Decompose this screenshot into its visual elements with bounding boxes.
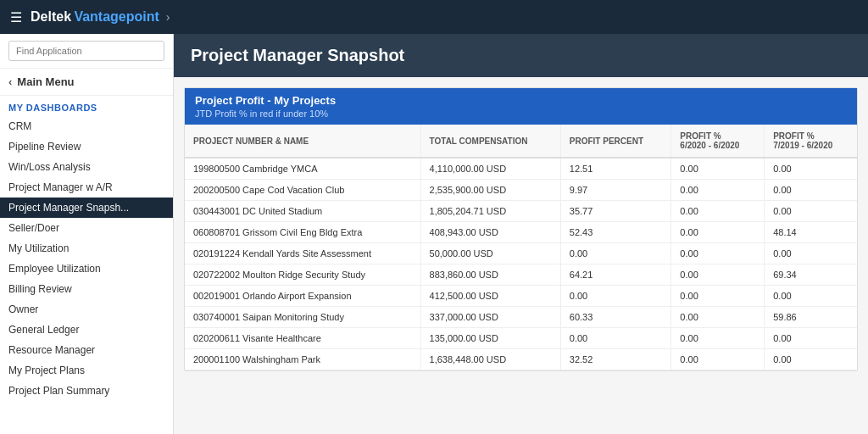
sidebar-item-2[interactable]: Win/Loss Analysis [0, 157, 173, 177]
row-3-compensation: 408,943.00 USD [420, 222, 560, 243]
sidebar-item-11[interactable]: Resource Manager [0, 340, 173, 360]
row-4-profit-pct: 0.00 [560, 243, 671, 264]
row-5-compensation: 883,860.00 USD [420, 264, 560, 286]
row-3-profit-1: 0.00 [671, 222, 765, 243]
content-area: Project Manager Snapshot Project Profit … [174, 34, 868, 434]
search-input[interactable] [8, 41, 164, 61]
sidebar-item-6[interactable]: My Utilization [0, 238, 173, 259]
sidebar-section-title: MY DASHBOARDS [0, 96, 173, 116]
sidebar-items-container: CRMPipeline ReviewWin/Loss AnalysisProje… [0, 116, 173, 401]
sidebar-item-9[interactable]: Owner [0, 299, 173, 320]
row-1-profit-2: 0.00 [765, 180, 857, 201]
row-7-profit-1: 0.00 [671, 307, 765, 328]
sidebar-item-7[interactable]: Employee Utilization [0, 259, 173, 279]
col-profit-2: PROFIT %7/2019 - 6/2020 [765, 125, 857, 158]
row-4-compensation: 50,000.00 USD [420, 243, 560, 264]
sidebar: ‹ Main Menu MY DASHBOARDS CRMPipeline Re… [0, 34, 174, 434]
table-body: 199800500 Cambridge YMCA4,110,000.00 USD… [185, 158, 857, 370]
row-2-compensation: 1,805,204.71 USD [420, 201, 560, 222]
row-9-profit-2: 0.00 [765, 349, 857, 370]
sidebar-item-3[interactable]: Project Manager w A/R [0, 177, 173, 198]
table-row: 200001100 Walshingham Park1,638,448.00 U… [185, 349, 857, 370]
row-9-profit-1: 0.00 [671, 349, 765, 370]
row-7-project[interactable]: 030740001 Saipan Monitoring Study [185, 307, 420, 328]
row-0-profit-1: 0.00 [671, 158, 765, 180]
table-row: 060808701 Grissom Civil Eng Bldg Extra40… [185, 222, 857, 243]
sidebar-item-12[interactable]: My Project Plans [0, 360, 173, 381]
sidebar-item-10[interactable]: General Ledger [0, 320, 173, 340]
row-5-profit-pct: 64.21 [560, 264, 671, 286]
row-1-profit-1: 0.00 [671, 180, 765, 201]
table-row: 030443001 DC United Stadium1,805,204.71 … [185, 201, 857, 222]
profit-panel: Project Profit - My Projects JTD Profit … [184, 87, 858, 371]
table-row: 200200500 Cape Cod Vacation Club2,535,90… [185, 180, 857, 201]
panel-header: Project Profit - My Projects JTD Profit … [185, 88, 857, 125]
row-8-profit-pct: 0.00 [560, 328, 671, 349]
table-row: 020191224 Kendall Yards Site Assessment5… [185, 243, 857, 264]
row-3-profit-pct: 52.43 [560, 222, 671, 243]
row-3-project[interactable]: 060808701 Grissom Civil Eng Bldg Extra [185, 222, 420, 243]
sidebar-item-13[interactable]: Project Plan Summary [0, 381, 173, 401]
row-9-project[interactable]: 200001100 Walshingham Park [185, 349, 420, 370]
row-1-profit-pct: 9.97 [560, 180, 671, 201]
row-2-profit-1: 0.00 [671, 201, 765, 222]
sidebar-item-0[interactable]: CRM [0, 116, 173, 136]
row-6-profit-pct: 0.00 [560, 286, 671, 307]
hamburger-icon[interactable]: ☰ [10, 9, 22, 25]
sidebar-item-1[interactable]: Pipeline Review [0, 136, 173, 157]
brand-vantage: Vantagepoint [74, 9, 159, 25]
table-row: 020722002 Moulton Ridge Security Study88… [185, 264, 857, 286]
row-6-profit-1: 0.00 [671, 286, 765, 307]
main-layout: ‹ Main Menu MY DASHBOARDS CRMPipeline Re… [0, 34, 868, 434]
table-row: 020200611 Visante Healthcare135,000.00 U… [185, 328, 857, 349]
row-7-profit-2: 59.86 [765, 307, 857, 328]
content-body: Project Profit - My Projects JTD Profit … [174, 77, 868, 434]
content-header: Project Manager Snapshot [174, 34, 868, 77]
row-0-project[interactable]: 199800500 Cambridge YMCA [185, 158, 420, 180]
table-row: 030740001 Saipan Monitoring Study337,000… [185, 307, 857, 328]
row-8-profit-2: 0.00 [765, 328, 857, 349]
row-1-compensation: 2,535,900.00 USD [420, 180, 560, 201]
table-header-row: PROJECT NUMBER & NAME TOTAL COMPENSATION… [185, 125, 857, 158]
row-1-project[interactable]: 200200500 Cape Cod Vacation Club [185, 180, 420, 201]
top-nav: ☰ Deltek Vantagepoint › [0, 0, 868, 34]
sidebar-item-5[interactable]: Seller/Doer [0, 218, 173, 238]
panel-header-title: Project Profit - My Projects [195, 94, 847, 107]
page-title: Project Manager Snapshot [191, 46, 404, 64]
sidebar-search-area [0, 34, 173, 69]
row-5-profit-1: 0.00 [671, 264, 765, 286]
brand-deltek: Deltek [31, 9, 71, 25]
row-0-compensation: 4,110,000.00 USD [420, 158, 560, 180]
row-8-compensation: 135,000.00 USD [420, 328, 560, 349]
sidebar-item-4[interactable]: Project Manager Snapsh... [0, 198, 173, 218]
main-menu-label: Main Menu [17, 75, 74, 88]
col-profit-pct: PROFIT PERCENT [560, 125, 671, 158]
row-9-profit-pct: 32.52 [560, 349, 671, 370]
chevron-left-icon: ‹ [8, 75, 12, 88]
row-7-compensation: 337,000.00 USD [420, 307, 560, 328]
row-0-profit-2: 0.00 [765, 158, 857, 180]
table-row: 002019001 Orlando Airport Expansion412,5… [185, 286, 857, 307]
row-5-project[interactable]: 020722002 Moulton Ridge Security Study [185, 264, 420, 286]
row-6-compensation: 412,500.00 USD [420, 286, 560, 307]
col-project: PROJECT NUMBER & NAME [185, 125, 420, 158]
breadcrumb-arrow: › [166, 10, 170, 24]
row-2-profit-2: 0.00 [765, 201, 857, 222]
row-2-profit-pct: 35.77 [560, 201, 671, 222]
sidebar-item-8[interactable]: Billing Review [0, 279, 173, 299]
row-2-project[interactable]: 030443001 DC United Stadium [185, 201, 420, 222]
panel-header-subtitle: JTD Profit % in red if under 10% [195, 108, 847, 119]
col-compensation: TOTAL COMPENSATION [420, 125, 560, 158]
profit-table: PROJECT NUMBER & NAME TOTAL COMPENSATION… [185, 125, 857, 370]
row-6-profit-2: 0.00 [765, 286, 857, 307]
row-7-profit-pct: 60.33 [560, 307, 671, 328]
row-4-profit-2: 0.00 [765, 243, 857, 264]
row-8-project[interactable]: 020200611 Visante Healthcare [185, 328, 420, 349]
row-0-profit-pct: 12.51 [560, 158, 671, 180]
table-header: PROJECT NUMBER & NAME TOTAL COMPENSATION… [185, 125, 857, 158]
row-4-project[interactable]: 020191224 Kendall Yards Site Assessment [185, 243, 420, 264]
main-menu-item[interactable]: ‹ Main Menu [0, 69, 173, 96]
table-row: 199800500 Cambridge YMCA4,110,000.00 USD… [185, 158, 857, 180]
row-4-profit-1: 0.00 [671, 243, 765, 264]
row-6-project[interactable]: 002019001 Orlando Airport Expansion [185, 286, 420, 307]
